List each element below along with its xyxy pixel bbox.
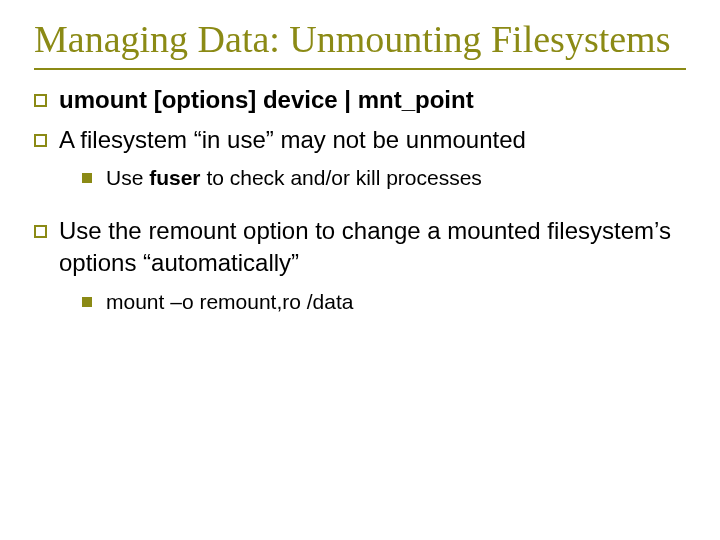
bullet-text: A filesystem “in use” may not be unmount…	[59, 124, 686, 156]
square-outline-icon	[34, 94, 47, 107]
square-outline-icon	[34, 134, 47, 147]
slide-body: umount [options] device | mnt_point A fi…	[34, 84, 686, 316]
bullet-level2: Use fuser to check and/or kill processes	[82, 164, 686, 192]
text-run: to check and/or kill processes	[201, 166, 482, 189]
slide-title: Managing Data: Unmounting Filesystems	[34, 18, 686, 62]
square-outline-icon	[34, 225, 47, 238]
bullet-text: Use the remount option to change a mount…	[59, 215, 686, 280]
bullet-text: umount [options] device | mnt_point	[59, 84, 686, 116]
text-run: Use	[106, 166, 149, 189]
title-rule	[34, 68, 686, 70]
text-run-bold: fuser	[149, 166, 200, 189]
bullet-level1: A filesystem “in use” may not be unmount…	[34, 124, 686, 156]
square-solid-icon	[82, 297, 92, 307]
bullet-level1: umount [options] device | mnt_point	[34, 84, 686, 116]
slide: Managing Data: Unmounting Filesystems um…	[0, 0, 720, 540]
square-solid-icon	[82, 173, 92, 183]
bullet-level1: Use the remount option to change a mount…	[34, 215, 686, 280]
bullet-text: Use fuser to check and/or kill processes	[106, 164, 686, 192]
bullet-level2: mount –o remount,ro /data	[82, 288, 686, 316]
bullet-text: mount –o remount,ro /data	[106, 288, 686, 316]
